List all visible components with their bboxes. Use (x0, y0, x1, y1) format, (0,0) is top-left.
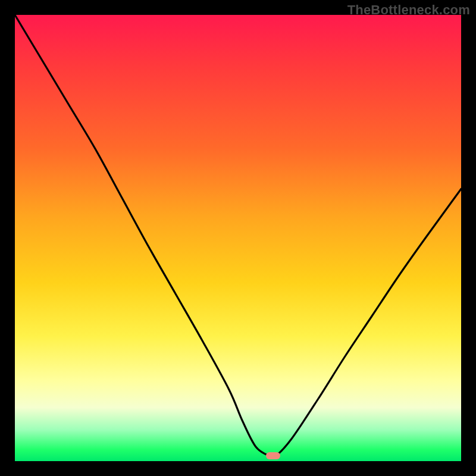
attribution-text: TheBottleneck.com (347, 2, 470, 18)
stage: TheBottleneck.com (0, 0, 476, 476)
chart-svg (15, 15, 461, 461)
plot-area (15, 15, 461, 461)
bottleneck-curve (15, 15, 461, 458)
minimum-marker (266, 452, 280, 459)
